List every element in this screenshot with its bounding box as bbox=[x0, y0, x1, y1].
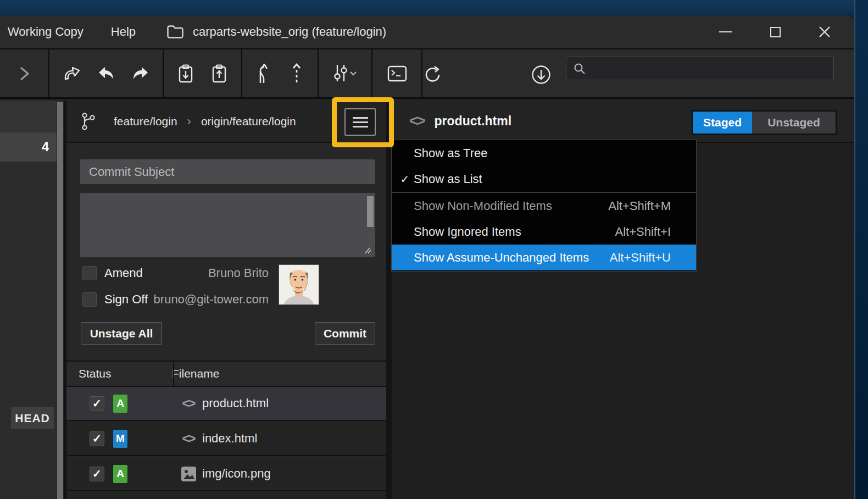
stage-checkbox[interactable]: ✓ bbox=[90, 396, 104, 411]
history-options-button[interactable] bbox=[326, 62, 364, 86]
rail-scrollbar[interactable] bbox=[57, 101, 64, 499]
staged-unstaged-toggle: Staged Unstaged bbox=[692, 110, 837, 135]
menu-item-show-assume-unchanged[interactable]: Show Assume-Unchanged Items Alt+Shift+U bbox=[392, 245, 696, 270]
maximize-button[interactable] bbox=[765, 21, 786, 42]
stage-checkbox[interactable]: ✓ bbox=[90, 467, 104, 481]
merge-icon bbox=[256, 63, 270, 84]
fetch-indicator-button[interactable] bbox=[529, 63, 553, 87]
commit-count-badge: 4 bbox=[42, 140, 49, 154]
menu-item-show-as-tree[interactable]: Show as Tree bbox=[392, 140, 696, 166]
chevron-right-icon bbox=[17, 64, 31, 83]
screen: Working Copy Help carparts-website_orig … bbox=[0, 0, 868, 499]
signoff-checkbox[interactable] bbox=[82, 292, 97, 307]
column-divider[interactable] bbox=[173, 362, 174, 386]
app-window: Working Copy Help carparts-website_orig … bbox=[0, 15, 854, 499]
menu-item-show-ignored[interactable]: Show Ignored Items Alt+Shift+I bbox=[392, 219, 696, 245]
menu-help[interactable]: Help bbox=[103, 15, 143, 48]
column-header-filename[interactable]: Filename bbox=[161, 367, 219, 380]
stash-button[interactable] bbox=[174, 62, 198, 86]
checkout-icon bbox=[63, 65, 81, 82]
commit-subject-input[interactable] bbox=[80, 159, 375, 184]
author-email: bruno@git-tower.com bbox=[154, 292, 269, 307]
pull-button[interactable] bbox=[94, 62, 118, 86]
refresh-icon bbox=[422, 64, 443, 85]
dashed-arrow-up-icon bbox=[291, 63, 303, 84]
git-branch-icon bbox=[81, 112, 96, 131]
window-title: carparts-website_orig (feature/login) bbox=[193, 25, 386, 39]
column-header-status[interactable]: Status bbox=[66, 367, 161, 380]
commit-graph-icon bbox=[331, 63, 359, 84]
graph-row[interactable] bbox=[0, 101, 57, 132]
avatar bbox=[279, 264, 319, 305]
code-file-icon: <> bbox=[178, 396, 199, 411]
close-button[interactable] bbox=[814, 21, 835, 42]
terminal-icon bbox=[387, 65, 407, 82]
apply-stash-button[interactable] bbox=[207, 62, 231, 86]
filename: product.html bbox=[202, 396, 269, 411]
status-badge: M bbox=[113, 430, 127, 448]
minimize-button[interactable] bbox=[715, 21, 736, 42]
commit-message-textarea[interactable] bbox=[80, 193, 375, 257]
staged-files-table: Status Filename ✓ A <> product.html ✓ M … bbox=[66, 361, 386, 499]
menu-item-show-as-list[interactable]: ✓ Show as List bbox=[392, 166, 696, 192]
diff-header: <> product.html Staged Unstaged bbox=[392, 101, 854, 143]
commit-form: Amend Sign Off Bruno Brito bruno@git-tow… bbox=[66, 144, 386, 361]
folder-icon bbox=[166, 25, 184, 39]
terminal-button[interactable] bbox=[385, 62, 409, 86]
breadcrumb-chevron-icon: › bbox=[187, 114, 191, 129]
shortcut-label: Alt+Shift+U bbox=[610, 251, 671, 265]
table-row[interactable]: ✓ M <> index.html bbox=[66, 422, 386, 456]
minimize-icon bbox=[719, 31, 732, 33]
tracking-branch[interactable]: origin/feature/login bbox=[201, 115, 296, 128]
expand-sidebar-button[interactable] bbox=[12, 62, 36, 86]
checkout-button[interactable] bbox=[60, 62, 84, 86]
graph-row-selected[interactable]: 4 bbox=[0, 132, 57, 162]
shortcut-label: Alt+Shift+M bbox=[608, 199, 671, 213]
checkmark-icon: ✓ bbox=[398, 173, 411, 186]
head-badge: HEAD bbox=[11, 407, 54, 429]
push-button[interactable] bbox=[129, 62, 153, 86]
table-row[interactable]: ✓ A img/icon.png bbox=[66, 457, 386, 491]
search-icon bbox=[573, 62, 586, 75]
filename: img/icon.png bbox=[202, 467, 271, 481]
menu-working-copy[interactable]: Working Copy bbox=[0, 15, 91, 48]
refresh-button[interactable] bbox=[421, 63, 445, 87]
current-branch[interactable]: feature/login bbox=[114, 115, 177, 128]
merge-button[interactable] bbox=[251, 62, 275, 86]
search-input[interactable] bbox=[586, 63, 817, 74]
toolbar bbox=[0, 48, 854, 99]
tab-unstaged[interactable]: Unstaged bbox=[752, 112, 836, 134]
shortcut-label: Alt+Shift+I bbox=[615, 225, 671, 239]
maximize-icon bbox=[770, 27, 781, 37]
unstage-all-button[interactable]: Unstage All bbox=[81, 322, 162, 345]
diff-filename: product.html bbox=[435, 114, 512, 129]
menu-item-show-non-modified[interactable]: Show Non-Modified Items Alt+Shift+M bbox=[392, 193, 696, 219]
amend-checkbox[interactable] bbox=[82, 266, 97, 280]
stage-checkbox[interactable]: ✓ bbox=[90, 431, 104, 446]
commit-button[interactable]: Commit bbox=[315, 322, 375, 345]
resize-grip-icon[interactable] bbox=[362, 246, 372, 254]
table-header: Status Filename bbox=[66, 361, 386, 387]
code-file-icon: <> bbox=[409, 113, 425, 130]
textarea-scrollbar-thumb[interactable] bbox=[367, 196, 374, 227]
table-row[interactable]: ✓ A <> product.html bbox=[66, 387, 386, 421]
view-options-menu: Show as Tree ✓ Show as List Show Non-Mod… bbox=[391, 140, 697, 271]
status-badge: A bbox=[113, 465, 127, 483]
cherry-pick-button[interactable] bbox=[285, 62, 309, 86]
hamburger-icon bbox=[353, 117, 368, 119]
titlebar: Working Copy Help carparts-website_orig … bbox=[0, 15, 854, 48]
rail-scrollbar-thumb[interactable] bbox=[57, 102, 63, 499]
view-options-button[interactable] bbox=[344, 108, 376, 136]
working-copy-panel: feature/login › origin/feature/login bbox=[66, 101, 386, 499]
tab-staged[interactable]: Staged bbox=[693, 112, 752, 134]
branch-bar: feature/login › origin/feature/login bbox=[66, 101, 386, 143]
window-frame-top bbox=[0, 0, 868, 15]
clipboard-down-icon bbox=[177, 64, 194, 84]
table-row[interactable]: ✓ M <> about.html bbox=[66, 492, 386, 499]
amend-label: Amend bbox=[104, 266, 143, 280]
status-badge: A bbox=[113, 395, 127, 413]
image-file-icon bbox=[178, 467, 199, 481]
commit-graph-rail[interactable]: 4 HEAD bbox=[0, 101, 57, 499]
undo-arrow-icon bbox=[97, 66, 115, 81]
search-box[interactable] bbox=[566, 57, 834, 80]
